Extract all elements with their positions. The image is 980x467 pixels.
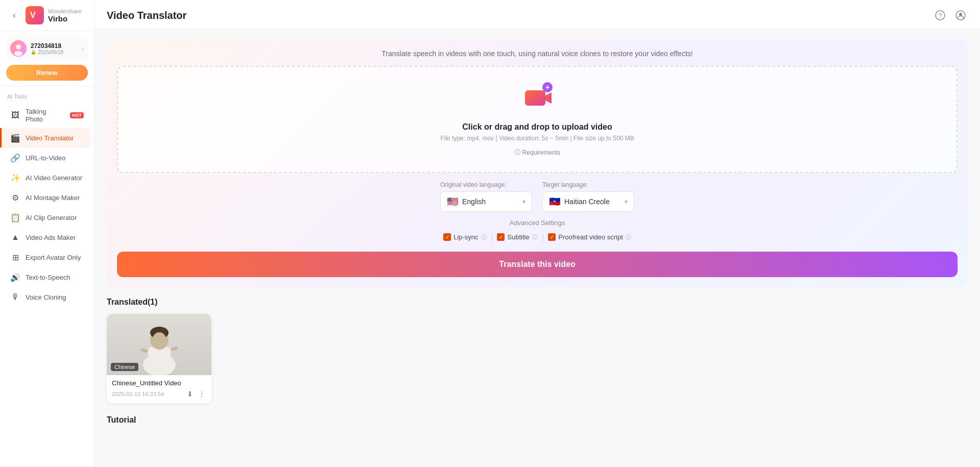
avatar	[10, 40, 27, 57]
ai-montage-maker-icon: ⚙	[10, 192, 20, 203]
translated-section-title: Translated(1)	[107, 298, 968, 307]
original-language-label: Original video language:	[440, 181, 532, 188]
renew-button[interactable]: Renew	[6, 65, 88, 81]
svg-point-4	[14, 51, 22, 56]
url-to-video-label: URL-to-Video	[26, 154, 66, 162]
proofread-info-icon[interactable]: ⓘ	[626, 233, 631, 241]
proofread-checkbox-item[interactable]: ✓ Proofread video script ⓘ	[548, 233, 631, 241]
upload-subtitle: Translate speech in videos with one touc…	[117, 50, 958, 58]
lip-sync-info-icon[interactable]: ⓘ	[481, 233, 487, 241]
sidebar-item-video-translator[interactable]: 🎬 Video Translator	[0, 128, 91, 148]
svg-rect-18	[171, 346, 178, 351]
target-language-value: Haitian Creole	[564, 198, 620, 206]
page-title: Video Translator	[107, 10, 186, 21]
ai-clip-generator-label: AI Clip Generator	[26, 214, 77, 222]
language-settings: Original video language: 🇺🇸 English ▾ Ta…	[117, 181, 958, 277]
talking-photo-icon: 🖼	[10, 110, 20, 120]
svg-point-16	[152, 332, 166, 349]
app-logo-icon: V	[26, 6, 44, 24]
sidebar: ‹ V Wondershare Virbo	[0, 0, 94, 467]
sidebar-item-ai-montage-maker[interactable]: ⚙ AI Montage Maker	[3, 188, 91, 207]
subtitle-label: Subtitle	[507, 233, 529, 241]
video-card: Chinese Chinese_Untitled Video 2025-02-1…	[107, 314, 211, 403]
video-thumbnail[interactable]: Chinese	[107, 314, 211, 375]
sidebar-item-text-to-speech[interactable]: 🔊 Text-to-Speech	[3, 267, 91, 287]
sidebar-header: ‹ V Wondershare Virbo	[0, 0, 94, 31]
more-options-button[interactable]: ⋮	[197, 389, 206, 399]
target-language-label: Target language:	[542, 181, 634, 188]
chevron-right-icon: ›	[82, 45, 84, 52]
main-content: Video Translator ? Translate speech in v…	[94, 0, 980, 467]
subtitle-checkbox[interactable]: ✓	[497, 233, 505, 241]
text-to-speech-label: Text-to-Speech	[26, 274, 70, 281]
sidebar-item-talking-photo[interactable]: 🖼 Talking Photo HOT	[3, 103, 91, 128]
video-name: Chinese_Untitled Video	[112, 379, 206, 387]
requirements-link[interactable]: ⓘ Requirements	[128, 148, 946, 157]
user-card[interactable]: 272034818 🔒 2025/09/18 ›	[6, 36, 88, 61]
proofread-label: Proofread video script	[558, 233, 623, 241]
sidebar-item-url-to-video[interactable]: 🔗 URL-to-Video	[3, 148, 91, 167]
requirements-label: Requirements	[522, 149, 561, 156]
checkboxes-row: ✓ Lip-sync ⓘ | ✓ Subtitle ⓘ | ✓	[443, 232, 631, 242]
lock-icon: 🔒	[31, 50, 36, 55]
original-flag: 🇺🇸	[447, 196, 458, 207]
separator-1: |	[491, 232, 493, 242]
target-language-group: Target language: 🇭🇹 Haitian Creole ▾	[542, 181, 634, 212]
lip-sync-checkbox-item[interactable]: ✓ Lip-sync ⓘ	[443, 233, 486, 241]
voice-cloning-icon: 🎙	[10, 292, 20, 302]
video-actions: 2025-02-12 16:33:54 ⬇ ⋮	[112, 389, 206, 399]
svg-rect-13	[148, 347, 171, 370]
requirements-icon: ⓘ	[514, 148, 520, 157]
video-ads-maker-icon: ▲	[10, 232, 20, 242]
download-button[interactable]: ⬇	[186, 389, 194, 399]
nav-section: AI Tools 🖼 Talking Photo HOT 🎬 Video Tra…	[0, 86, 94, 312]
tutorial-section-title: Tutorial	[107, 415, 968, 425]
upload-icon-wrap: +	[128, 82, 946, 116]
sidebar-item-ai-video-generator[interactable]: ✨ AI Video Generator	[3, 168, 91, 187]
hot-badge: HOT	[70, 112, 84, 118]
sidebar-item-video-ads-maker[interactable]: ▲ Video Ads Maker	[3, 228, 91, 247]
svg-point-3	[16, 44, 21, 50]
target-flag: 🇭🇹	[549, 196, 560, 207]
subtitle-checkbox-item[interactable]: ✓ Subtitle ⓘ	[497, 233, 537, 241]
subtitle-info-icon[interactable]: ⓘ	[532, 233, 538, 241]
ai-montage-maker-label: AI Montage Maker	[26, 194, 80, 202]
original-language-chevron-icon: ▾	[522, 198, 525, 205]
user-section: 272034818 🔒 2025/09/18 › Renew	[0, 31, 94, 86]
original-language-value: English	[462, 198, 518, 206]
back-button[interactable]: ‹	[7, 8, 21, 22]
separator-2: |	[542, 232, 544, 242]
video-date: 2025-02-12 16:33:54	[112, 391, 164, 397]
original-language-select[interactable]: 🇺🇸 English ▾	[440, 191, 532, 212]
video-info: Chinese_Untitled Video 2025-02-12 16:33:…	[107, 375, 211, 403]
svg-rect-9	[525, 90, 545, 106]
content-area: Translate speech in videos with one touc…	[94, 29, 980, 435]
upload-zone[interactable]: + Click or drag and drop to upload video…	[117, 66, 958, 173]
help-button[interactable]: ?	[933, 8, 947, 22]
user-account-button[interactable]	[953, 8, 968, 22]
user-id: 272034818	[31, 42, 78, 50]
language-row: Original video language: 🇺🇸 English ▾ Ta…	[440, 181, 634, 212]
sidebar-item-ai-clip-generator[interactable]: 📋 AI Clip Generator	[3, 208, 91, 227]
target-language-select[interactable]: 🇭🇹 Haitian Creole ▾	[542, 191, 634, 212]
svg-point-8	[959, 13, 962, 16]
svg-rect-17	[140, 348, 148, 353]
header-icons: ?	[933, 8, 968, 22]
sidebar-item-export-avatar-only[interactable]: ⊞ Export Avatar Only	[3, 248, 91, 267]
sidebar-item-voice-cloning[interactable]: 🎙 Voice Cloning	[3, 287, 91, 307]
original-language-group: Original video language: 🇺🇸 English ▾	[440, 181, 532, 212]
ai-tools-label: AI Tools	[0, 91, 94, 103]
translate-button[interactable]: Translate this video	[117, 252, 958, 277]
ai-video-generator-label: AI Video Generator	[26, 174, 82, 182]
proofread-checkbox[interactable]: ✓	[548, 233, 556, 241]
advanced-settings: Advanced Settings ✓ Lip-sync ⓘ | ✓ Subti…	[443, 219, 631, 242]
lip-sync-checkbox[interactable]: ✓	[443, 233, 451, 241]
video-lang-tag: Chinese	[111, 363, 138, 371]
upload-card: Translate speech in videos with one touc…	[107, 39, 968, 287]
video-translator-label: Video Translator	[26, 134, 74, 142]
video-translator-icon: 🎬	[10, 133, 20, 143]
app-logo-text: Wondershare Virbo	[48, 8, 82, 23]
video-grid: Chinese Chinese_Untitled Video 2025-02-1…	[107, 314, 968, 403]
voice-cloning-label: Voice Cloning	[26, 293, 66, 301]
target-language-chevron-icon: ▾	[625, 198, 628, 205]
